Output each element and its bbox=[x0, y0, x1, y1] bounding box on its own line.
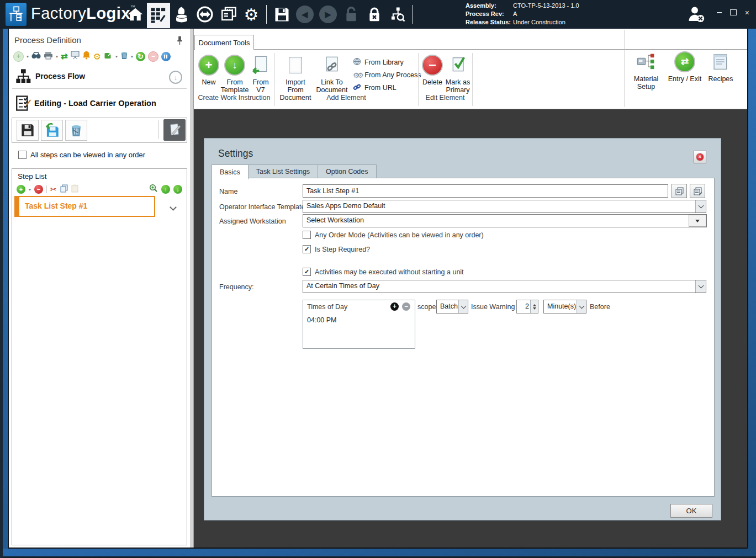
tab-option-codes[interactable]: Option Codes bbox=[318, 164, 376, 179]
time-entry[interactable]: 04:00 PM bbox=[307, 316, 337, 324]
recipes-icon bbox=[712, 51, 729, 73]
times-of-day-header: Times of Day + − bbox=[303, 300, 415, 314]
release-status-value: Under Construction bbox=[513, 19, 565, 25]
add-step-caret-icon[interactable]: ▾ bbox=[29, 187, 31, 192]
copy-edit-name-button[interactable] bbox=[690, 184, 705, 198]
assigned-workstation-select[interactable]: Select Workstation bbox=[303, 214, 707, 227]
workstation-dropdown-button[interactable] bbox=[689, 215, 706, 227]
scope-select[interactable]: Batch bbox=[436, 300, 468, 313]
from-library-button[interactable]: From Library bbox=[353, 57, 420, 68]
recycle-bin-button[interactable] bbox=[65, 120, 87, 141]
warning-unit-select[interactable]: Minute(s) bbox=[543, 300, 586, 313]
main-area: Document Tools + New ↓ From Template Fro… bbox=[194, 29, 747, 548]
back-icon[interactable]: ◀ bbox=[293, 0, 316, 29]
combo-chevron-icon[interactable] bbox=[695, 200, 706, 212]
all-steps-checkbox[interactable] bbox=[18, 151, 27, 159]
panel-toolbar: + ▾ ▾ ⇄ ⚙ ▾ ▾ ↻ − bbox=[13, 51, 171, 62]
edit-mode-toggle[interactable] bbox=[163, 119, 186, 141]
step-expander-chevron-icon[interactable] bbox=[171, 202, 176, 212]
add-disabled-icon[interactable]: + bbox=[13, 51, 24, 62]
toolbar-separator bbox=[413, 5, 413, 24]
process-definition-icon[interactable] bbox=[147, 3, 170, 28]
add-step-icon[interactable]: + bbox=[17, 185, 25, 194]
dialog-close-button[interactable]: × bbox=[694, 151, 706, 163]
run-gear-icon[interactable]: ⚙ bbox=[93, 51, 101, 62]
exchange-icon[interactable]: ⇄ bbox=[61, 51, 68, 61]
add-dropdown-caret-icon[interactable]: ▾ bbox=[27, 54, 29, 59]
lock-cancel-icon[interactable] bbox=[363, 0, 386, 29]
expand-down-icon[interactable]: ↓ bbox=[169, 71, 182, 84]
pause-icon[interactable] bbox=[161, 52, 171, 61]
minimize-button[interactable] bbox=[717, 12, 722, 13]
tab-document-tools[interactable]: Document Tools bbox=[194, 35, 254, 50]
save-document-button[interactable] bbox=[17, 120, 39, 141]
copy-icon[interactable] bbox=[60, 184, 68, 195]
move-down-icon[interactable]: ↓ bbox=[173, 185, 182, 194]
ok-button[interactable]: OK bbox=[670, 504, 712, 518]
combo-chevron-icon[interactable] bbox=[458, 300, 468, 313]
save-icon[interactable] bbox=[270, 0, 293, 29]
move-up-icon[interactable]: ↑ bbox=[161, 185, 170, 194]
activities-checkbox[interactable]: ✓ bbox=[303, 268, 311, 276]
any-order-mode-row[interactable]: Any Order Mode (Activities can be viewed… bbox=[303, 231, 484, 239]
all-steps-checkbox-row[interactable]: All steps can be viewed in any order bbox=[18, 151, 145, 159]
paste-icon[interactable] bbox=[71, 184, 78, 195]
add-time-icon[interactable]: + bbox=[390, 302, 399, 311]
frequency-select[interactable]: At Certain Times of Day bbox=[303, 280, 706, 293]
documents-icon[interactable] bbox=[216, 0, 240, 29]
maximize-button[interactable] bbox=[730, 9, 737, 15]
tab-task-list-settings[interactable]: Task List Settings bbox=[249, 164, 318, 179]
copy-name-button[interactable] bbox=[672, 184, 687, 198]
assigned-workstation-label: Assigned Workstation bbox=[219, 217, 286, 225]
operator-interface-template-select[interactable]: Sales Apps Demo Default bbox=[303, 200, 706, 213]
production-icon[interactable] bbox=[170, 0, 193, 29]
close-window-button[interactable]: × bbox=[745, 10, 749, 15]
recipes-button[interactable]: Recipes bbox=[705, 51, 736, 99]
any-order-checkbox[interactable] bbox=[303, 231, 311, 239]
process-search-icon[interactable] bbox=[386, 0, 409, 29]
from-any-process-button[interactable]: ⚙⚙ From Any Process bbox=[353, 70, 420, 81]
is-step-required-row[interactable]: ✓ Is Step Required? bbox=[303, 245, 370, 253]
home-icon[interactable] bbox=[124, 0, 147, 29]
trash-icon[interactable] bbox=[120, 51, 128, 62]
settings-gear-icon[interactable]: ⚙ bbox=[240, 0, 263, 29]
times-of-day-list[interactable]: 04:00 PM bbox=[303, 313, 415, 349]
save-as-button[interactable] bbox=[41, 120, 63, 141]
export-dropdown-caret-icon[interactable]: ▾ bbox=[115, 54, 118, 59]
remove-time-icon[interactable]: − bbox=[402, 302, 410, 311]
remove-step-icon[interactable]: − bbox=[34, 185, 43, 194]
presentation-icon[interactable] bbox=[71, 51, 80, 62]
url-chain-icon bbox=[353, 84, 361, 92]
logout-user-icon[interactable] bbox=[686, 4, 706, 26]
from-url-button[interactable]: From URL bbox=[353, 82, 420, 93]
material-setup-button[interactable]: Material Setup bbox=[629, 51, 663, 99]
combo-chevron-icon[interactable] bbox=[695, 280, 706, 293]
step-list-item[interactable]: Task List Step #1 bbox=[14, 196, 155, 217]
entry-exit-icon: ⇄ bbox=[674, 51, 695, 73]
combo-chevron-icon[interactable] bbox=[577, 300, 586, 313]
activities-without-unit-row[interactable]: ✓ Activities may be executed without sta… bbox=[303, 268, 464, 276]
refresh-icon[interactable]: ↻ bbox=[136, 52, 145, 61]
print-dropdown-caret-icon[interactable]: ▾ bbox=[56, 54, 58, 59]
find-binoculars-icon[interactable] bbox=[31, 51, 41, 61]
panel-splitter[interactable] bbox=[190, 29, 194, 548]
process-flow-row[interactable]: Process Flow ↓ bbox=[9, 67, 190, 86]
unlock-icon[interactable] bbox=[340, 0, 363, 29]
entry-exit-button[interactable]: ⇄ Entry / Exit bbox=[665, 51, 704, 99]
frequency-label: Frequency: bbox=[219, 283, 254, 291]
spinner-arrows[interactable] bbox=[530, 300, 538, 313]
zoom-add-icon[interactable] bbox=[149, 184, 158, 195]
forward-icon[interactable]: ▶ bbox=[316, 0, 340, 29]
name-input[interactable]: Task List Step #1 bbox=[303, 184, 668, 198]
transfer-icon[interactable] bbox=[193, 0, 216, 29]
bell-icon[interactable] bbox=[82, 51, 91, 62]
print-icon[interactable] bbox=[44, 51, 53, 62]
export-package-icon[interactable] bbox=[104, 51, 113, 62]
remove-disabled-icon[interactable]: − bbox=[148, 51, 158, 62]
issue-warning-spinner[interactable]: 2 bbox=[516, 300, 538, 313]
step-required-checkbox[interactable]: ✓ bbox=[303, 245, 311, 253]
pin-icon[interactable] bbox=[176, 36, 183, 47]
tab-basics[interactable]: Basics bbox=[212, 164, 249, 179]
trash-dropdown-caret-icon[interactable]: ▾ bbox=[131, 54, 133, 59]
cut-icon[interactable]: ✂ bbox=[50, 185, 57, 194]
